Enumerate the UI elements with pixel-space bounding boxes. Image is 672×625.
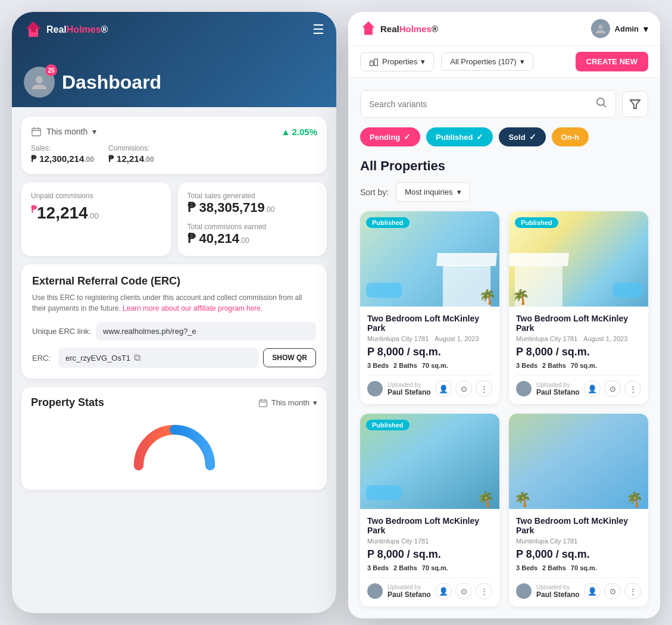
affiliate-link[interactable]: Learn more about our affiliate program h… xyxy=(123,304,262,312)
logo-icon xyxy=(24,20,43,39)
filter-tag-pending[interactable]: Pending ✓ xyxy=(360,127,420,146)
uploader-name-2: Paul Stefano xyxy=(536,388,580,396)
property-stats-month[interactable]: This month ▾ xyxy=(258,398,317,408)
sqm-1: 70 sq.m. xyxy=(422,362,448,369)
more-button-2[interactable]: ⋮ xyxy=(624,380,641,397)
sort-chevron-icon: ▾ xyxy=(457,188,461,196)
sub-navbar: Properties ▾ All Properties (107) ▾ CREA… xyxy=(348,46,660,78)
sort-label: Sort by: xyxy=(360,188,389,197)
donut-chart xyxy=(127,421,222,474)
filter-tag-onhold[interactable]: On-h xyxy=(552,127,589,146)
uploader-info-4: Uploaded by Paul Stefano xyxy=(516,583,580,599)
sales-value: ₱ 12,300,214.00 xyxy=(31,154,94,164)
filter-button[interactable] xyxy=(622,91,648,117)
commissions-label: Commisions: xyxy=(108,144,154,152)
all-properties-chevron-icon: ▾ xyxy=(520,57,524,66)
sold-label: Sold xyxy=(508,133,525,142)
uploader-label-3: Uploaded by xyxy=(387,584,431,590)
filter-tags-row: Pending ✓ Published ✓ Sold ✓ On-h xyxy=(360,127,648,146)
property-name-1: Two Bedroom Loft McKinley Park xyxy=(367,314,492,333)
link-button-4[interactable]: ⊙ xyxy=(604,583,621,599)
erc-code-wrap: erc_rzyEVG_OsT1 ⧉ xyxy=(58,348,258,368)
more-button-4[interactable]: ⋮ xyxy=(624,583,641,599)
show-qr-button[interactable]: SHOW QR xyxy=(263,348,316,367)
search-input[interactable] xyxy=(369,99,589,109)
properties-nav-button[interactable]: Properties ▾ xyxy=(360,52,434,71)
svg-marker-11 xyxy=(362,21,375,35)
erc-link-input[interactable]: www.realholmes.ph/reg?_e xyxy=(96,322,316,340)
property-meta-2: Muntinlupa City 1781 August 1, 2023 xyxy=(516,335,641,342)
more-button-3[interactable]: ⋮ xyxy=(476,583,492,599)
desktop-logo-text: RealHolmes® xyxy=(380,24,438,34)
total-commissions-item: Total commisions earned ₱ 40,214.00 xyxy=(187,223,318,246)
uploader-details-1: Uploaded by Paul Stefano xyxy=(387,382,431,396)
baths-3: 2 Baths xyxy=(393,564,417,571)
svg-marker-18 xyxy=(630,100,640,108)
percent-change: ▲ 2.05% xyxy=(282,127,317,137)
link-button-3[interactable]: ⊙ xyxy=(455,583,472,599)
property-footer-3: Uploaded by Paul Stefano 👤 ⊙ ⋮ xyxy=(367,577,492,599)
uploader-label-2: Uploaded by xyxy=(536,382,580,388)
filter-tag-sold[interactable]: Sold ✓ xyxy=(499,127,545,146)
unpaid-label: Unpaid commisions xyxy=(31,192,161,200)
svg-marker-1 xyxy=(26,21,40,32)
month-selector[interactable]: This month ▾ xyxy=(31,126,96,137)
link-button-2[interactable]: ⊙ xyxy=(604,380,621,397)
mobile-content: This month ▾ ▲ 2.05% Sales: ₱ 12,300,214… xyxy=(12,107,336,499)
create-new-button[interactable]: CREATE NEW xyxy=(576,52,648,71)
property-image-1: Published 🌴 xyxy=(360,211,499,307)
property-image-3: Published 🌴 xyxy=(360,414,499,509)
link-button-1[interactable]: ⊙ xyxy=(455,380,472,397)
uploader-name-3: Paul Stefano xyxy=(387,590,431,599)
month-label: This month xyxy=(46,127,87,136)
all-properties-title: All Properties xyxy=(360,158,648,174)
sqm-3: 70 sq.m. xyxy=(422,564,448,571)
sqm-4: 70 sq.m. xyxy=(571,564,597,571)
erc-description: Use this ERC to registering clients unde… xyxy=(32,292,316,314)
palm-icon-4b: 🌴 xyxy=(626,491,643,508)
property-card-1: Published 🌴 Two Bedroom Loft McKinley Pa… xyxy=(360,211,499,404)
copy-icon[interactable]: ⧉ xyxy=(134,352,140,363)
all-properties-button[interactable]: All Properties (107) ▾ xyxy=(441,52,533,71)
erc-code-row: ERC: erc_rzyEVG_OsT1 ⧉ SHOW QR xyxy=(32,348,316,368)
total-commission-label: Total commisions earned xyxy=(187,223,318,231)
uploader-details-3: Uploaded by Paul Stefano xyxy=(387,584,431,599)
filter-row: This month ▾ ▲ 2.05% xyxy=(31,126,317,137)
pool-decoration-3 xyxy=(366,485,402,500)
share-button-3[interactable]: 👤 xyxy=(435,583,452,599)
desktop-logo-icon xyxy=(360,20,377,37)
share-button-2[interactable]: 👤 xyxy=(584,380,601,397)
onhold-label: On-h xyxy=(561,133,579,142)
filter-tag-published[interactable]: Published ✓ xyxy=(426,127,493,146)
baths-4: 2 Baths xyxy=(542,564,566,571)
property-stats-card: Property Stats This month ▾ xyxy=(21,387,327,490)
svg-rect-14 xyxy=(374,59,378,65)
logo-text: RealHolmes® xyxy=(46,24,108,35)
property-meta-3: Muntinlupa City 1781 xyxy=(367,538,492,545)
property-card-3: Published 🌴 Two Bedroom Loft McKinley Pa… xyxy=(360,414,499,607)
share-button-4[interactable]: 👤 xyxy=(584,583,601,599)
property-location-4: Muntinlupa City 1781 xyxy=(516,538,577,545)
unpaid-commissions-box: Unpaid commisions ₱12,214.00 xyxy=(21,182,171,256)
admin-area[interactable]: Admin ▾ xyxy=(591,19,648,38)
hamburger-menu[interactable]: ☰ xyxy=(312,22,324,38)
desktop-navbar: RealHolmes® Admin ▾ xyxy=(348,12,660,46)
property-price-2: P 8,000 / sq.m. xyxy=(516,346,641,358)
property-image-2: Published 🌴 xyxy=(509,211,648,307)
property-price-4: P 8,000 / sq.m. xyxy=(516,548,641,561)
more-button-1[interactable]: ⋮ xyxy=(476,380,492,397)
property-actions-2: 👤 ⊙ ⋮ xyxy=(584,380,641,397)
sort-select[interactable]: Most inquiries ▾ xyxy=(396,182,470,202)
palm-icon: 🌴 xyxy=(479,289,496,305)
share-button-1[interactable]: 👤 xyxy=(435,380,452,397)
palm-icon-3: 🌴 xyxy=(477,491,495,508)
notification-badge: 25 xyxy=(45,64,57,76)
chevron-down-icon: ▾ xyxy=(92,127,96,136)
property-card-2: Published 🌴 Two Bedroom Loft McKinley Pa… xyxy=(509,211,648,404)
property-name-4: Two Bedroom Loft McKinley Park xyxy=(516,516,641,535)
property-date-2: August 1, 2023 xyxy=(583,335,627,342)
uploader-info-1: Uploaded by Paul Stefano xyxy=(367,381,431,396)
erc-title: External Referral Code (ERC) xyxy=(32,275,316,288)
total-sales-item: Total sales generated ₱ 38,305,719.00 xyxy=(187,192,318,215)
property-price-3: P 8,000 / sq.m. xyxy=(367,548,492,561)
